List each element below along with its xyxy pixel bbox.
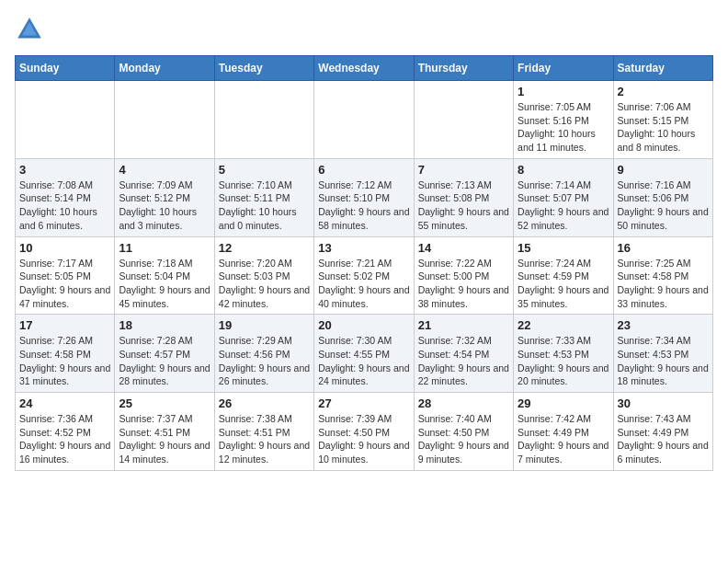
day-number: 19 — [219, 318, 310, 332]
day-number: 7 — [418, 163, 509, 177]
day-info: Sunrise: 7:29 AM Sunset: 4:56 PM Dayligh… — [219, 334, 310, 388]
day-number: 17 — [19, 318, 110, 332]
day-info: Sunrise: 7:37 AM Sunset: 4:51 PM Dayligh… — [119, 412, 210, 466]
weekday-header-cell: Sunday — [16, 56, 115, 81]
calendar-day-cell — [115, 81, 214, 159]
page-header — [15, 15, 713, 44]
day-number: 16 — [618, 241, 709, 255]
day-number: 29 — [518, 396, 609, 410]
calendar-day-cell: 18Sunrise: 7:28 AM Sunset: 4:57 PM Dayli… — [115, 315, 214, 393]
day-number: 8 — [518, 163, 609, 177]
calendar-day-cell: 4Sunrise: 7:09 AM Sunset: 5:12 PM Daylig… — [115, 158, 214, 236]
day-number: 10 — [19, 241, 110, 255]
calendar-day-cell: 29Sunrise: 7:42 AM Sunset: 4:49 PM Dayli… — [514, 393, 613, 471]
day-number: 24 — [19, 396, 110, 410]
day-number: 6 — [318, 163, 409, 177]
day-info: Sunrise: 7:24 AM Sunset: 4:59 PM Dayligh… — [518, 257, 609, 311]
day-info: Sunrise: 7:33 AM Sunset: 4:53 PM Dayligh… — [518, 334, 609, 388]
calendar-day-cell: 27Sunrise: 7:39 AM Sunset: 4:50 PM Dayli… — [314, 393, 414, 471]
day-info: Sunrise: 7:16 AM Sunset: 5:06 PM Dayligh… — [618, 178, 709, 233]
day-info: Sunrise: 7:32 AM Sunset: 4:54 PM Dayligh… — [418, 334, 509, 388]
weekday-header-cell: Monday — [115, 56, 214, 81]
day-number: 22 — [518, 318, 609, 332]
day-number: 27 — [318, 396, 409, 410]
day-number: 20 — [318, 318, 409, 332]
calendar-week-row: 10Sunrise: 7:17 AM Sunset: 5:05 PM Dayli… — [16, 236, 713, 315]
day-info: Sunrise: 7:22 AM Sunset: 5:00 PM Dayligh… — [418, 257, 509, 311]
calendar-week-row: 3Sunrise: 7:08 AM Sunset: 5:14 PM Daylig… — [16, 158, 713, 236]
calendar-day-cell: 5Sunrise: 7:10 AM Sunset: 5:11 PM Daylig… — [214, 158, 313, 236]
calendar-day-cell: 15Sunrise: 7:24 AM Sunset: 4:59 PM Dayli… — [514, 236, 613, 315]
calendar-day-cell: 19Sunrise: 7:29 AM Sunset: 4:56 PM Dayli… — [214, 315, 313, 393]
day-number: 18 — [119, 318, 210, 332]
day-number: 15 — [518, 241, 609, 255]
calendar-day-cell: 21Sunrise: 7:32 AM Sunset: 4:54 PM Dayli… — [414, 315, 513, 393]
day-info: Sunrise: 7:34 AM Sunset: 4:53 PM Dayligh… — [618, 334, 709, 388]
weekday-header-cell: Saturday — [613, 56, 712, 81]
day-number: 11 — [119, 241, 210, 255]
day-info: Sunrise: 7:30 AM Sunset: 4:55 PM Dayligh… — [318, 334, 409, 388]
day-info: Sunrise: 7:09 AM Sunset: 5:12 PM Dayligh… — [119, 178, 210, 233]
day-number: 25 — [119, 396, 210, 410]
day-info: Sunrise: 7:42 AM Sunset: 4:49 PM Dayligh… — [518, 412, 609, 466]
weekday-header-cell: Wednesday — [314, 56, 414, 81]
calendar-day-cell: 25Sunrise: 7:37 AM Sunset: 4:51 PM Dayli… — [115, 393, 214, 471]
day-number: 14 — [418, 241, 509, 255]
weekday-header-cell: Friday — [514, 56, 613, 81]
day-info: Sunrise: 7:13 AM Sunset: 5:08 PM Dayligh… — [418, 178, 509, 233]
calendar-day-cell: 7Sunrise: 7:13 AM Sunset: 5:08 PM Daylig… — [414, 158, 513, 236]
day-info: Sunrise: 7:25 AM Sunset: 4:58 PM Dayligh… — [618, 257, 709, 311]
day-info: Sunrise: 7:43 AM Sunset: 4:49 PM Dayligh… — [618, 412, 709, 466]
calendar-day-cell: 1Sunrise: 7:05 AM Sunset: 5:16 PM Daylig… — [514, 81, 613, 159]
calendar-day-cell: 22Sunrise: 7:33 AM Sunset: 4:53 PM Dayli… — [514, 315, 613, 393]
day-number: 21 — [418, 318, 509, 332]
day-number: 2 — [618, 85, 709, 98]
calendar-day-cell: 28Sunrise: 7:40 AM Sunset: 4:50 PM Dayli… — [414, 393, 513, 471]
calendar-day-cell: 10Sunrise: 7:17 AM Sunset: 5:05 PM Dayli… — [16, 236, 115, 315]
day-info: Sunrise: 7:05 AM Sunset: 5:16 PM Dayligh… — [518, 100, 609, 155]
day-number: 9 — [618, 163, 709, 177]
calendar-day-cell: 17Sunrise: 7:26 AM Sunset: 4:58 PM Dayli… — [16, 315, 115, 393]
calendar-day-cell — [414, 81, 513, 159]
calendar-day-cell: 11Sunrise: 7:18 AM Sunset: 5:04 PM Dayli… — [115, 236, 214, 315]
day-info: Sunrise: 7:21 AM Sunset: 5:02 PM Dayligh… — [318, 257, 409, 311]
day-number: 12 — [219, 241, 310, 255]
day-info: Sunrise: 7:20 AM Sunset: 5:03 PM Dayligh… — [219, 257, 310, 311]
weekday-header-row: SundayMondayTuesdayWednesdayThursdayFrid… — [16, 56, 713, 81]
day-info: Sunrise: 7:18 AM Sunset: 5:04 PM Dayligh… — [119, 257, 210, 311]
day-info: Sunrise: 7:38 AM Sunset: 4:51 PM Dayligh… — [219, 412, 310, 466]
calendar-day-cell: 2Sunrise: 7:06 AM Sunset: 5:15 PM Daylig… — [613, 81, 712, 159]
day-info: Sunrise: 7:26 AM Sunset: 4:58 PM Dayligh… — [19, 334, 110, 388]
weekday-header-cell: Tuesday — [214, 56, 313, 81]
day-info: Sunrise: 7:28 AM Sunset: 4:57 PM Dayligh… — [119, 334, 210, 388]
calendar-day-cell: 6Sunrise: 7:12 AM Sunset: 5:10 PM Daylig… — [314, 158, 414, 236]
calendar-day-cell — [214, 81, 313, 159]
logo — [15, 15, 48, 44]
calendar-day-cell: 8Sunrise: 7:14 AM Sunset: 5:07 PM Daylig… — [514, 158, 613, 236]
day-info: Sunrise: 7:36 AM Sunset: 4:52 PM Dayligh… — [19, 412, 110, 466]
calendar-day-cell: 16Sunrise: 7:25 AM Sunset: 4:58 PM Dayli… — [613, 236, 712, 315]
logo-icon — [15, 15, 44, 44]
calendar-body: 1Sunrise: 7:05 AM Sunset: 5:16 PM Daylig… — [16, 81, 713, 471]
calendar-day-cell: 14Sunrise: 7:22 AM Sunset: 5:00 PM Dayli… — [414, 236, 513, 315]
calendar-week-row: 24Sunrise: 7:36 AM Sunset: 4:52 PM Dayli… — [16, 393, 713, 471]
calendar-day-cell: 3Sunrise: 7:08 AM Sunset: 5:14 PM Daylig… — [16, 158, 115, 236]
calendar-day-cell — [16, 81, 115, 159]
day-number: 1 — [518, 85, 609, 98]
day-number: 5 — [219, 163, 310, 177]
calendar-day-cell: 26Sunrise: 7:38 AM Sunset: 4:51 PM Dayli… — [214, 393, 313, 471]
calendar-table: SundayMondayTuesdayWednesdayThursdayFrid… — [15, 55, 713, 471]
day-info: Sunrise: 7:14 AM Sunset: 5:07 PM Dayligh… — [518, 178, 609, 233]
day-number: 26 — [219, 396, 310, 410]
weekday-header-cell: Thursday — [414, 56, 513, 81]
day-info: Sunrise: 7:10 AM Sunset: 5:11 PM Dayligh… — [219, 178, 310, 233]
calendar-day-cell: 12Sunrise: 7:20 AM Sunset: 5:03 PM Dayli… — [214, 236, 313, 315]
calendar-week-row: 17Sunrise: 7:26 AM Sunset: 4:58 PM Dayli… — [16, 315, 713, 393]
day-number: 4 — [119, 163, 210, 177]
day-number: 13 — [318, 241, 409, 255]
calendar-day-cell — [314, 81, 414, 159]
day-info: Sunrise: 7:40 AM Sunset: 4:50 PM Dayligh… — [418, 412, 509, 466]
calendar-day-cell: 9Sunrise: 7:16 AM Sunset: 5:06 PM Daylig… — [613, 158, 712, 236]
day-info: Sunrise: 7:17 AM Sunset: 5:05 PM Dayligh… — [19, 257, 110, 311]
day-number: 30 — [618, 396, 709, 410]
